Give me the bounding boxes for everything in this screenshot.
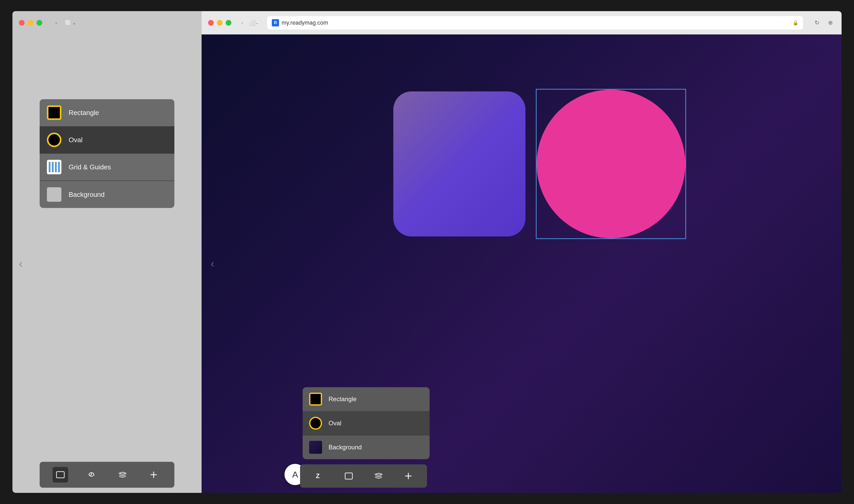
left-window: ‹ ⬜ ⌄ ‹ Rectangle: [13, 11, 201, 493]
layer-item-rectangle[interactable]: Rectangle: [40, 99, 174, 126]
float-layer-item-background[interactable]: Background: [303, 435, 430, 459]
layer-label-oval: Oval: [69, 136, 83, 144]
toolbar-btn-history[interactable]: [84, 467, 99, 483]
history-icon: [87, 471, 96, 479]
add-icon: [150, 471, 158, 479]
browser-url-text: my.readymag.com: [282, 19, 790, 26]
grid-line-1: [49, 162, 51, 172]
float-layer-label-rectangle: Rectangle: [328, 395, 357, 403]
browser-address-bar[interactable]: R my.readymag.com 🔒: [267, 16, 803, 30]
layer-icon-background: [45, 185, 64, 204]
browser-nav-buttons: ‹ ⬜ ⌄: [238, 19, 258, 27]
layer-icon-oval: [45, 130, 64, 149]
back-arrow-right[interactable]: ‹: [211, 257, 214, 270]
float-rect-icon-shape: [309, 393, 322, 406]
toolbar-btn-add[interactable]: [146, 467, 161, 483]
sidebar-icon-browser: ⬜: [249, 20, 255, 26]
layer-item-background[interactable]: Background: [40, 181, 174, 208]
browser-share-button[interactable]: ⊕: [826, 18, 835, 28]
add-icon-right: [405, 472, 412, 480]
background-icon-shape: [47, 187, 61, 202]
grid-icon-shape: [47, 160, 61, 174]
toolbar-btn-layers[interactable]: [115, 467, 130, 483]
traffic-lights-left: [19, 20, 42, 25]
float-bg-icon-shape: [309, 441, 322, 454]
float-layer-item-oval[interactable]: Oval: [303, 411, 430, 435]
toolbar-btn-add-right[interactable]: [401, 469, 415, 483]
right-window: ‹ ⬜ ⌄ R my.readymag.com 🔒 ↻ ⊕ ‹: [201, 11, 841, 493]
oval-icon-shape: [47, 132, 61, 147]
bottom-toolbar-left: [40, 462, 174, 488]
layers-icon-right: [374, 472, 383, 480]
toolbar-btn-page[interactable]: [53, 467, 68, 483]
layers-panel-left: Rectangle Oval: [40, 99, 174, 208]
grid-line-3: [55, 162, 57, 172]
sidebar-toggle-browser[interactable]: ⬜ ⌄: [250, 19, 258, 27]
browser-refresh-button[interactable]: ↻: [812, 18, 822, 28]
grid-line-2: [52, 162, 54, 172]
favicon-letter: R: [274, 20, 277, 25]
close-button-left[interactable]: [19, 20, 24, 25]
left-titlebar: ‹ ⬜ ⌄: [13, 11, 201, 34]
grid-line-4: [58, 162, 60, 172]
rectangle-icon-shape: [47, 105, 61, 120]
float-layer-item-rectangle[interactable]: Rectangle: [303, 387, 430, 411]
layers-panel-float: Rectangle Oval Background: [303, 387, 430, 459]
bottom-toolbar-right: Z: [300, 464, 427, 488]
chevron-down-browser: ⌄: [255, 21, 259, 25]
svg-rect-0: [56, 472, 64, 478]
svg-text:Z: Z: [316, 472, 320, 480]
sidebar-icon-left: ⬜: [65, 20, 71, 25]
layer-icon-rectangle: [45, 103, 64, 122]
float-layer-icon-oval: [307, 415, 324, 431]
shape-oval: [537, 90, 685, 238]
float-layer-label-background: Background: [328, 444, 362, 451]
svg-rect-4: [345, 473, 352, 479]
sidebar-toggle-left[interactable]: ⬜ ⌄: [65, 20, 76, 25]
float-layer-icon-background: [307, 439, 324, 455]
float-layer-label-oval: Oval: [328, 419, 341, 427]
layers-icon: [118, 471, 127, 479]
layer-label-background: Background: [69, 191, 105, 199]
layer-icon-grid: [45, 158, 64, 176]
canvas-area: ‹ Rectangle Oval: [201, 34, 841, 493]
layer-item-grid-guides[interactable]: Grid & Guides: [40, 154, 174, 181]
main-window: ‹ ⬜ ⌄ ‹ Rectangle: [13, 11, 841, 493]
close-button-browser[interactable]: [208, 20, 214, 25]
lock-icon: 🔒: [793, 20, 798, 25]
shape-oval-container[interactable]: [536, 89, 686, 239]
layer-item-oval[interactable]: Oval: [40, 126, 174, 154]
left-content: ‹ Rectangle Oval: [13, 34, 201, 493]
back-nav-left[interactable]: ‹: [52, 18, 61, 28]
browser-back-button[interactable]: ‹: [238, 19, 246, 27]
page-icon: [56, 471, 65, 479]
toolbar-btn-layers-right[interactable]: [371, 469, 386, 483]
browser-chrome: ‹ ⬜ ⌄ R my.readymag.com 🔒 ↻ ⊕: [201, 11, 841, 34]
grid-lines: [49, 162, 60, 172]
toolbar-btn-frame[interactable]: [341, 469, 356, 483]
toolbar-btn-z-order[interactable]: Z: [312, 469, 326, 483]
maximize-button-browser[interactable]: [226, 20, 231, 25]
minimize-button-left[interactable]: [28, 20, 33, 25]
maximize-button-left[interactable]: [37, 20, 42, 25]
chevron-down-icon-left: ⌄: [72, 20, 76, 25]
layer-label-rectangle: Rectangle: [69, 109, 99, 117]
back-arrow-left[interactable]: ‹: [19, 257, 22, 270]
z-order-icon: Z: [315, 472, 323, 480]
float-oval-icon-shape: [309, 417, 322, 430]
layer-label-grid: Grid & Guides: [69, 163, 111, 171]
frame-icon: [344, 472, 353, 480]
traffic-lights-browser: [208, 20, 231, 25]
float-layer-icon-rectangle: [307, 391, 324, 408]
browser-favicon: R: [272, 19, 279, 26]
a-button-label: A: [292, 470, 298, 480]
shape-rectangle[interactable]: [393, 91, 526, 236]
minimize-button-browser[interactable]: [217, 20, 223, 25]
